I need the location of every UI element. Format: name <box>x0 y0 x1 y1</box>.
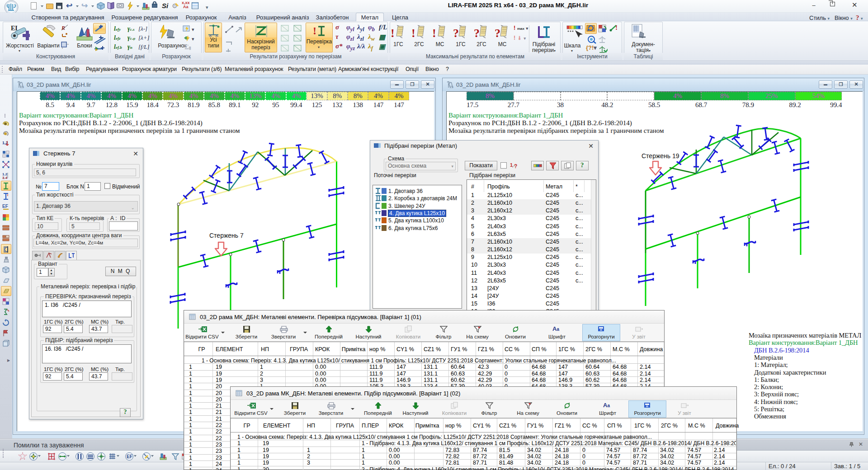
svg-text:i: i <box>7 193 8 197</box>
svg-text:25: 25 <box>20 85 24 89</box>
svg-text:!: ! <box>432 27 436 40</box>
svg-text:▾: ▾ <box>192 27 194 32</box>
svg-text:Стержень 19: Стержень 19 <box>642 152 679 160</box>
svg-text:!: ! <box>615 24 618 31</box>
svg-text:EF: EF <box>2 204 8 209</box>
svg-text:?: ? <box>453 27 459 40</box>
svg-text:1: 1 <box>510 162 513 168</box>
svg-text:?: ? <box>514 163 517 169</box>
svg-text:3.4: 3.4 <box>2 176 8 180</box>
svg-text:?: ? <box>474 27 480 40</box>
svg-text:!: ! <box>313 25 316 37</box>
svg-text:!: ! <box>411 27 415 40</box>
svg-text:!: ! <box>391 27 395 40</box>
svg-text:EF: EF <box>127 454 132 459</box>
svg-text:?: ? <box>495 27 500 40</box>
svg-text:25: 25 <box>450 85 453 89</box>
svg-text:EI: EI <box>11 25 18 32</box>
svg-text:Стержень 7: Стержень 7 <box>209 232 244 239</box>
svg-text:▾: ▾ <box>192 36 194 42</box>
